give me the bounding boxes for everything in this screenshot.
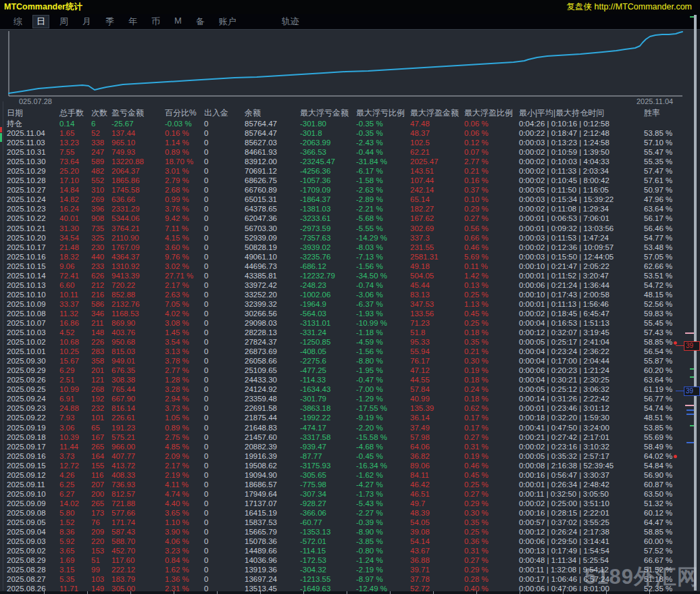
table-row[interactable]: 2025.09.035.92220588.704.06 %015078.36-5… xyxy=(7,537,695,546)
cell-max-float-profit-pct: 0.27 % xyxy=(464,556,519,564)
cell-balance: 17949.64 xyxy=(245,490,300,498)
table-row[interactable]: 2025.09.116.25207736.934.11 %018686.57-7… xyxy=(7,480,695,489)
table-row[interactable]: 2025.10.1618.324404364.379.76 %049061.10… xyxy=(7,252,695,262)
cell-lots: 12.72 xyxy=(59,462,91,470)
cell-pnl-pct: 2.63 % xyxy=(165,291,204,299)
cell-pnl: 407.77 xyxy=(111,452,165,460)
table-row[interactable]: 2025.09.1512.72155413.722.17 %019508.62-… xyxy=(7,461,695,470)
table-row[interactable]: 2025.10.159.062331310.923.02 %044696.73-… xyxy=(7,262,695,271)
table-row[interactable]: 2025.09.246.91192667.902.94 %023359.48-3… xyxy=(7,394,695,403)
col-header-pnl[interactable]: 盈亏金额 xyxy=(111,107,165,119)
menu-item-4[interactable]: 季 xyxy=(101,15,118,28)
table-row[interactable]: 2025.10.0933.375862132.767.05 %032399.32… xyxy=(7,299,695,309)
table-row[interactable]: 2025.10.1010.11216852.882.63 %033252.20-… xyxy=(7,290,695,299)
cell-win-rate: 55.87 % xyxy=(644,357,695,365)
cell-trades: 216 xyxy=(91,291,111,299)
title-bar: MTCommander统计 复盘侠 http://MTCommander.com xyxy=(0,0,700,14)
menu-item-3[interactable]: 月 xyxy=(78,15,95,28)
menu-item-8[interactable]: 备 xyxy=(192,15,209,28)
menu-item-5[interactable]: 年 xyxy=(124,15,141,28)
cell-balance: 70691.12 xyxy=(245,167,300,175)
menu-item-1[interactable]: 日 xyxy=(32,15,49,28)
table-row[interactable]: 2025.10.0110.25283815.033.13 %026873.69-… xyxy=(7,347,695,356)
cell-max-float-profit-pct: 0.17 % xyxy=(464,424,519,432)
col-header-trades[interactable]: 次数 xyxy=(91,107,111,119)
table-row[interactable]: 2025.10.317.55247749.930.89 %084661.93-3… xyxy=(7,147,695,157)
table-row[interactable]: 2025.10.1721.482301767.093.60 %050828.19… xyxy=(7,243,695,252)
table-row[interactable]: 2025.08.291.6951117.600.84 %014036.96-17… xyxy=(7,555,695,565)
menu-item-2[interactable]: 周 xyxy=(55,15,72,28)
cell-max-float-profit-pct: 2.77 % xyxy=(464,157,519,166)
cell-date: 2025.09.09 xyxy=(7,499,59,508)
cell-max-float-loss: -4256.36 xyxy=(300,167,356,175)
table-row[interactable]: 2025.10.0210.68226950.683.54 %027824.37-… xyxy=(7,337,695,347)
col-header-lots[interactable]: 总手数 xyxy=(59,107,91,119)
table-row[interactable]: 2025.09.2510.99268765.443.28 %024124.92-… xyxy=(7,385,695,394)
table-row[interactable]: 2025.09.048.36209587.433.90 %015665.79-1… xyxy=(7,527,695,537)
col-header-max-float-profit[interactable]: 最大浮盈金额 xyxy=(410,107,464,119)
table-row[interactable]: 2025.09.1810.39167575.212.75 %021457.60-… xyxy=(7,432,695,442)
table-row[interactable]: 2025.09.2324.88232816.143.73 %022691.58-… xyxy=(7,403,695,413)
table-row[interactable]: 2025.09.262.51121308.381.28 %024433.30-1… xyxy=(7,375,695,385)
table-row[interactable]: 2025.09.296.29201676.352.77 %025109.65-4… xyxy=(7,366,695,375)
cell-holding-time: 0:00:16 | 0:28:15 | 2:22:01 xyxy=(519,509,644,517)
table-row[interactable]: 2025.10.136.60212720.222.17 %033972.42-2… xyxy=(7,280,695,290)
table-row[interactable]: 2025.09.227.93101226.611.05 %021875.44-1… xyxy=(7,413,695,422)
table-row[interactable]: 2025.08.275.35103183.791.36 %013697.24-1… xyxy=(7,574,695,584)
table-row[interactable]: 2025.10.2240.019085344.069.42 %062047.36… xyxy=(7,214,695,223)
table-row[interactable]: 2025.09.1711.44265966.004.85 %020882.39-… xyxy=(7,442,695,451)
table-row[interactable]: 2025.09.106.27200812.574.74 %017949.64-3… xyxy=(7,489,695,499)
table-row[interactable]: 2025.10.2817.105521865.862.79 %068626.75… xyxy=(7,176,695,185)
bottom-column-ruler[interactable] xyxy=(0,591,700,594)
table-row[interactable]: 2025.10.2131.307353764.217.11 %056703.30… xyxy=(7,224,695,233)
table-row[interactable]: 2025.10.0811.323461168.534.02 %030266.56… xyxy=(7,309,695,318)
table-row[interactable]: 2025.09.3015.67358949.013.78 %026058.66-… xyxy=(7,356,695,366)
col-header-pnl-pct[interactable]: 百分比% xyxy=(165,107,204,119)
cell-pnl: 966.00 xyxy=(111,443,165,451)
table-row[interactable]: 2025.10.2034.543252110.904.15 %052939.09… xyxy=(7,233,695,243)
col-header-max-float-loss-pct[interactable]: 最大浮亏比例 xyxy=(356,107,410,119)
menu-item-9[interactable]: 账户 xyxy=(215,15,241,28)
cell-trades: 103 xyxy=(91,575,111,583)
table-row[interactable]: 2025.09.124.26116408.332.19 %019094.90-3… xyxy=(7,470,695,480)
table-row[interactable]: 2025.10.0716.86211869.903.08 %029098.03-… xyxy=(7,318,695,328)
website-link[interactable]: 复盘侠 http://MTCommander.com xyxy=(567,1,692,13)
table-row[interactable]: 2025.09.023.65153452.703.23 %014489.66-1… xyxy=(7,546,695,555)
right-edge-scroll-strip[interactable] xyxy=(694,15,697,591)
table-row[interactable]: 2025.11.0313.23338965.101.14 %085627.03-… xyxy=(7,138,695,147)
col-header-holding-time[interactable]: 最小|平均|最大持仓时间 xyxy=(519,107,644,119)
table-row[interactable]: 2025.10.2316.243962331.293.76 %064378.65… xyxy=(7,204,695,214)
table-row[interactable]: 2025.10.1472.416269413.3927.71 %043385.8… xyxy=(7,271,695,280)
menu-item-6[interactable]: 币 xyxy=(147,15,164,28)
table-row[interactable]: 2025.09.163.73164407.772.09 %019916.39-8… xyxy=(7,451,695,461)
table-row[interactable]: 2025.08.283.1599222.121.62 %013919.36-30… xyxy=(7,565,695,574)
table-row[interactable]: 2025.10.034.52148403.761.45 %028228.13-3… xyxy=(7,328,695,337)
table-row[interactable]: 2025.09.0914.02265721.884.40 %017137.07-… xyxy=(7,499,695,508)
col-header-balance[interactable]: 余额 xyxy=(245,107,300,119)
table-row[interactable]: 2025.10.2714.843101745.582.68 %066760.89… xyxy=(7,185,695,195)
table-row[interactable]: 2025.10.3073.6458913220.8818.70 %083912.… xyxy=(7,157,695,166)
col-header-max-float-profit-pct[interactable]: 最大浮盈比例 xyxy=(464,107,519,119)
table-row[interactable]: 2025.10.2414.82269636.660.99 %065015.31-… xyxy=(7,195,695,204)
menu-item-0[interactable]: 综 xyxy=(9,15,26,28)
cell-max-float-profit-pct: 0.31 % xyxy=(464,547,519,555)
col-header-win-rate[interactable]: 胜率 xyxy=(644,107,695,119)
cell-win-rate: 53.48 % xyxy=(644,243,695,251)
cell-pnl: 667.90 xyxy=(111,395,165,403)
menu-item-trail[interactable]: 轨迹 xyxy=(278,15,303,28)
table-row[interactable]: 2025.09.193.0665191.230.89 %021648.83-47… xyxy=(7,423,695,432)
col-header-cash-flow[interactable]: 出入金 xyxy=(204,107,245,119)
table-row[interactable]: 2025.09.051.5276171.741.10 %015837.53-60… xyxy=(7,518,695,527)
col-header-date[interactable]: 日期 xyxy=(7,107,59,119)
cell-pnl-pct: 9.42 % xyxy=(165,214,204,222)
table-row[interactable]: 2025.09.085.80173577.663.65 %016415.19-3… xyxy=(7,508,695,518)
cell-win-rate: 60.87 % xyxy=(644,480,695,489)
cell-win-rate: 47.96 % xyxy=(644,195,695,203)
table-row-open-position[interactable]: 持仓0.146-25.67-0.03 %085764.47-301.80-0.3… xyxy=(7,119,695,128)
table-row[interactable]: 2025.11.041.6552137.440.16 %085764.47-30… xyxy=(7,128,695,138)
cell-balance: 65015.31 xyxy=(245,195,300,203)
equity-curve-line xyxy=(9,32,682,93)
menu-item-7[interactable]: M xyxy=(170,15,186,28)
col-header-max-float-loss[interactable]: 最大浮亏金额 xyxy=(300,107,356,119)
table-row[interactable]: 2025.10.2925.204822064.373.01 %070691.12… xyxy=(7,166,695,176)
